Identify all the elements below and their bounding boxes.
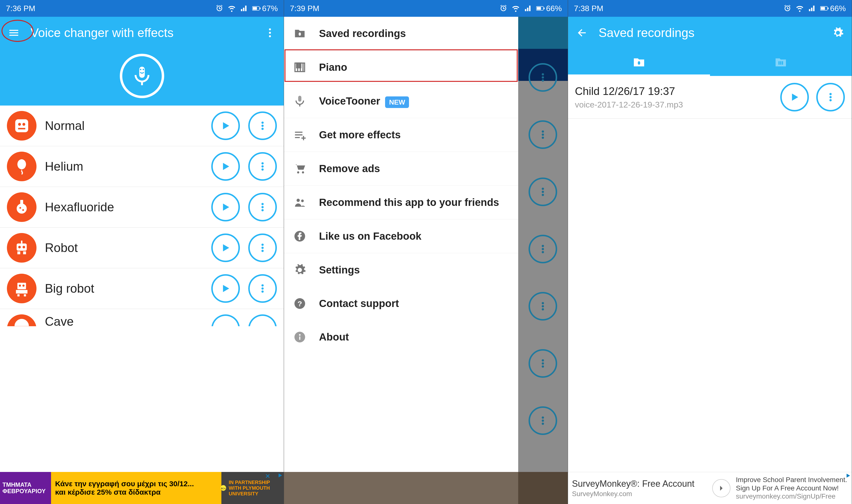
effect-more-button[interactable] bbox=[248, 193, 277, 221]
hamburger-button[interactable] bbox=[7, 26, 21, 40]
drawer-item-remove-ads[interactable]: Remove ads bbox=[284, 152, 518, 186]
bg-more-button bbox=[529, 406, 557, 435]
drawer-label: Get more effects bbox=[319, 128, 509, 142]
effect-more-button[interactable] bbox=[248, 152, 277, 181]
record-button[interactable] bbox=[120, 54, 164, 98]
svg-rect-40 bbox=[18, 294, 20, 296]
adchoices-icon[interactable] bbox=[845, 473, 851, 479]
effect-list: Normal Helium Hexafluoride bbox=[0, 106, 284, 326]
svg-point-68 bbox=[542, 73, 544, 75]
drawer-item-recommend[interactable]: Recommend this app to your friends bbox=[284, 186, 518, 219]
drawer-label: Contact support bbox=[319, 297, 509, 310]
drawer-item-get-more-effects[interactable]: Get more effects bbox=[284, 118, 518, 152]
more-button[interactable] bbox=[263, 26, 277, 40]
svg-point-81 bbox=[542, 305, 544, 307]
effect-icon-big-robot bbox=[7, 274, 36, 303]
svg-rect-32 bbox=[23, 252, 26, 254]
drawer-item-facebook[interactable]: Like us on Facebook bbox=[284, 219, 518, 253]
ad-close-button[interactable]: ✕ bbox=[265, 472, 270, 480]
svg-rect-31 bbox=[18, 252, 20, 254]
people-icon bbox=[293, 196, 307, 209]
back-button[interactable] bbox=[575, 26, 589, 40]
play-button[interactable] bbox=[211, 193, 240, 221]
effect-more-button[interactable] bbox=[248, 274, 277, 303]
svg-point-80 bbox=[542, 302, 544, 304]
tab-piano[interactable] bbox=[710, 49, 852, 76]
settings-button[interactable] bbox=[831, 26, 845, 40]
play-button[interactable] bbox=[211, 314, 240, 326]
screen-saved-recordings: 7:38 PM 66% Saved recordings Child bbox=[568, 0, 852, 504]
alarm-icon bbox=[215, 4, 223, 13]
effect-more-button[interactable] bbox=[248, 314, 277, 326]
ad-right-text: IN PARTNERSHIP WITH PLYMOUTH UNIVERSITY bbox=[229, 480, 281, 497]
help-icon: ? bbox=[293, 296, 307, 310]
effect-row-hexafluoride: Hexafluoride bbox=[0, 187, 284, 228]
effect-more-button[interactable] bbox=[248, 111, 277, 140]
play-button[interactable] bbox=[211, 152, 240, 181]
svg-point-86 bbox=[542, 416, 544, 419]
folder-mic-icon bbox=[632, 55, 646, 69]
wifi-icon bbox=[511, 4, 520, 13]
adchoices-icon[interactable] bbox=[277, 472, 283, 478]
effect-more-button[interactable] bbox=[248, 234, 277, 262]
svg-point-88 bbox=[542, 422, 544, 425]
ad-mid-line1: Κάνε την εγγραφή σου μέχρι τις 30/12... bbox=[55, 480, 220, 488]
drawer-item-contact-support[interactable]: ? Contact support bbox=[284, 287, 518, 320]
svg-rect-30 bbox=[21, 241, 22, 244]
ad-right-line2: surveymonkey.com/SignUp/Free bbox=[736, 492, 849, 501]
svg-rect-27 bbox=[17, 244, 27, 251]
svg-rect-21 bbox=[20, 200, 23, 204]
bg-more-button bbox=[529, 349, 557, 378]
app-bar: Voice changer with effects bbox=[0, 17, 284, 49]
ad-banner[interactable]: SurveyMonkey®: Free Account SurveyMonkey… bbox=[568, 472, 852, 504]
recording-more-button[interactable] bbox=[816, 83, 845, 111]
drawer-item-about[interactable]: About bbox=[284, 320, 518, 354]
drawer-item-piano[interactable]: Piano bbox=[284, 51, 518, 84]
play-icon bbox=[219, 201, 232, 213]
tab-voice[interactable] bbox=[568, 49, 710, 76]
svg-rect-95 bbox=[782, 61, 783, 65]
play-button[interactable] bbox=[211, 234, 240, 262]
drawer-label: Remove ads bbox=[319, 162, 509, 175]
folder-mic-icon bbox=[293, 26, 307, 40]
play-icon bbox=[219, 242, 232, 254]
svg-rect-91 bbox=[828, 8, 829, 10]
svg-point-13 bbox=[261, 122, 264, 124]
svg-point-38 bbox=[22, 285, 25, 287]
ad-subtitle: SurveyMonkey.com bbox=[572, 490, 705, 498]
app-title: Voice changer with effects bbox=[31, 26, 253, 40]
screen-main: 7:36 PM 67% Voice changer with effects bbox=[0, 0, 284, 504]
signal-icon bbox=[524, 4, 532, 13]
drawer-item-voicetooner[interactable]: VoiceToonerNEW bbox=[284, 84, 518, 118]
svg-point-73 bbox=[542, 137, 544, 139]
ad-chevron-button[interactable] bbox=[712, 479, 730, 497]
svg-point-97 bbox=[829, 96, 832, 98]
effect-row-robot: Robot bbox=[0, 228, 284, 268]
drawer-label: About bbox=[319, 331, 509, 344]
effect-icon-balloon bbox=[7, 152, 36, 181]
svg-point-85 bbox=[542, 365, 544, 368]
battery-pct: 66% bbox=[830, 4, 846, 13]
bg-more-button bbox=[529, 120, 557, 149]
svg-point-7 bbox=[140, 69, 141, 70]
drawer-item-settings[interactable]: Settings bbox=[284, 253, 518, 287]
effect-row-big-robot: Big robot bbox=[0, 268, 284, 309]
recording-row: Child 12/26/17 19:37 voice-2017-12-26-19… bbox=[568, 76, 852, 119]
svg-point-15 bbox=[261, 128, 264, 130]
play-button[interactable] bbox=[211, 274, 240, 303]
svg-text:?: ? bbox=[297, 300, 302, 308]
svg-point-59 bbox=[302, 172, 304, 174]
svg-point-14 bbox=[261, 125, 264, 127]
svg-point-11 bbox=[22, 123, 25, 126]
signal-icon bbox=[240, 4, 248, 13]
play-button[interactable] bbox=[211, 111, 240, 140]
svg-point-34 bbox=[261, 247, 264, 249]
drawer-item-saved-recordings[interactable]: Saved recordings bbox=[284, 17, 518, 51]
effect-label: Robot bbox=[45, 241, 203, 255]
status-time: 7:38 PM bbox=[574, 4, 603, 13]
svg-point-20 bbox=[17, 203, 27, 214]
more-vert-icon bbox=[256, 282, 269, 295]
ad-banner[interactable]: ΤΜΗΜΑΤΑ ΦΕΒΡΟΥΑΡΙΟΥ Κάνε την εγγραφή σου… bbox=[0, 472, 284, 504]
svg-rect-36 bbox=[18, 283, 26, 289]
play-button[interactable] bbox=[780, 83, 809, 111]
